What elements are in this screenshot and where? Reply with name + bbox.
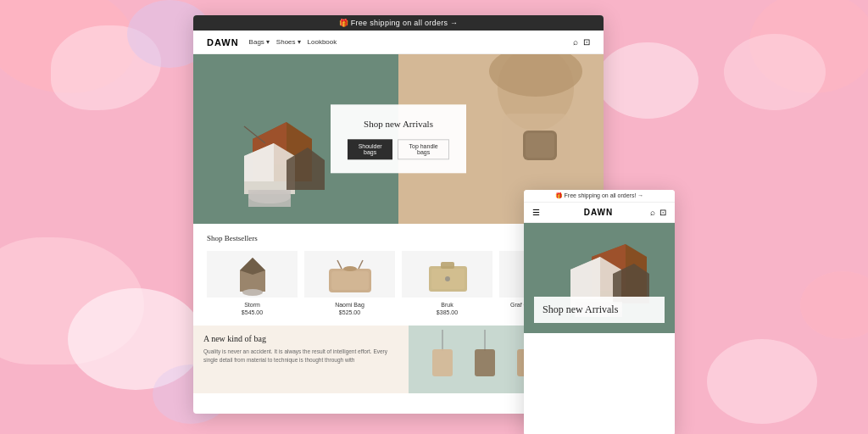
- desktop-nav-right: ⌕ ⊡: [573, 37, 590, 47]
- product-name-naomi: Naomi Bag: [304, 302, 395, 308]
- storm-bag-svg: [231, 253, 274, 296]
- svg-rect-7: [248, 190, 291, 207]
- product-img-naomi: [304, 251, 395, 298]
- product-name-storm: Storm: [207, 302, 298, 308]
- mobile-cart-icon[interactable]: ⊡: [659, 208, 666, 217]
- mobile-search-icon[interactable]: ⌕: [650, 208, 655, 217]
- product-price-naomi: $525.00: [304, 309, 395, 315]
- hero-card-title: Shop new Arrivals: [348, 118, 449, 131]
- product-card-storm[interactable]: Storm $545.00: [207, 251, 298, 315]
- hamburger-menu-icon[interactable]: ☰: [532, 208, 540, 217]
- svg-line-18: [337, 260, 342, 269]
- desktop-nav-links: Bags ▾ Shoes ▾ Lookbook: [249, 38, 337, 46]
- new-kind-text: Quality is never an accident. It is alwa…: [203, 348, 398, 364]
- svg-point-24: [445, 276, 450, 281]
- mobile-logo[interactable]: DAWN: [547, 208, 650, 217]
- nav-link-bags[interactable]: Bags ▾: [249, 38, 270, 46]
- mobile-hero-title: Shop new Arrivals: [542, 303, 656, 316]
- product-price-storm: $545.00: [207, 309, 298, 315]
- mobile-hero-title-container: Shop new Arrivals: [534, 297, 665, 323]
- product-card-bruk[interactable]: Bruk $385.00: [402, 251, 492, 315]
- chevron-down-icon: ▾: [298, 38, 301, 46]
- chevron-down-icon: ▾: [266, 38, 270, 46]
- new-kind-title: A new kind of bag: [203, 334, 398, 343]
- desktop-announcement-bar: 🎁 Free shipping on all orders →: [193, 15, 604, 31]
- shoulder-bags-button[interactable]: Shoulder bags: [348, 140, 392, 160]
- svg-line-19: [359, 260, 363, 269]
- svg-point-15: [242, 289, 263, 296]
- mobile-announcement-bar: 🎁 Free shipping on all orders! →: [524, 190, 675, 203]
- svg-rect-23: [441, 262, 454, 269]
- nav-link-shoes[interactable]: Shoes ▾: [276, 38, 301, 46]
- new-kind-section: A new kind of bag Quality is never an ac…: [193, 326, 409, 393]
- svg-rect-34: [432, 349, 453, 376]
- search-icon[interactable]: ⌕: [573, 37, 578, 47]
- announcement-text: 🎁 Free shipping on all orders →: [339, 19, 459, 27]
- product-img-storm: [207, 251, 298, 298]
- mobile-announcement-text: 🎁 Free shipping on all orders! →: [555, 192, 644, 199]
- desktop-logo[interactable]: DAWN: [207, 37, 239, 47]
- desktop-nav-bar: DAWN Bags ▾ Shoes ▾ Lookbook ⌕ ⊡: [193, 31, 604, 54]
- svg-rect-35: [475, 349, 495, 376]
- product-name-bruk: Bruk: [402, 302, 492, 308]
- svg-rect-12: [526, 133, 554, 158]
- nav-link-lookbook[interactable]: Lookbook: [308, 38, 337, 46]
- hero-card: Shop new Arrivals Shoulder bags Top hand…: [331, 104, 466, 173]
- mobile-hero-text-box: Shop new Arrivals: [534, 297, 665, 323]
- mobile-nav-bar: ☰ DAWN ⌕ ⊡: [524, 203, 675, 223]
- svg-rect-17: [331, 271, 369, 290]
- mobile-nav-right: ⌕ ⊡: [650, 208, 666, 217]
- product-card-naomi[interactable]: Naomi Bag $525.00: [304, 251, 395, 315]
- svg-point-20: [343, 266, 357, 271]
- product-price-bruk: $385.00: [402, 309, 492, 315]
- top-handle-bags-button[interactable]: Top handle bags: [398, 140, 449, 160]
- hero-buttons: Shoulder bags Top handle bags: [348, 140, 449, 160]
- cart-icon[interactable]: ⊡: [583, 37, 590, 47]
- bruk-bag-svg: [422, 253, 473, 296]
- product-img-bruk: [402, 251, 492, 298]
- mobile-window: 🎁 Free shipping on all orders! → ☰ DAWN …: [524, 190, 675, 434]
- naomi-bag-svg: [325, 253, 376, 296]
- mobile-hero: Shop new Arrivals: [524, 223, 675, 333]
